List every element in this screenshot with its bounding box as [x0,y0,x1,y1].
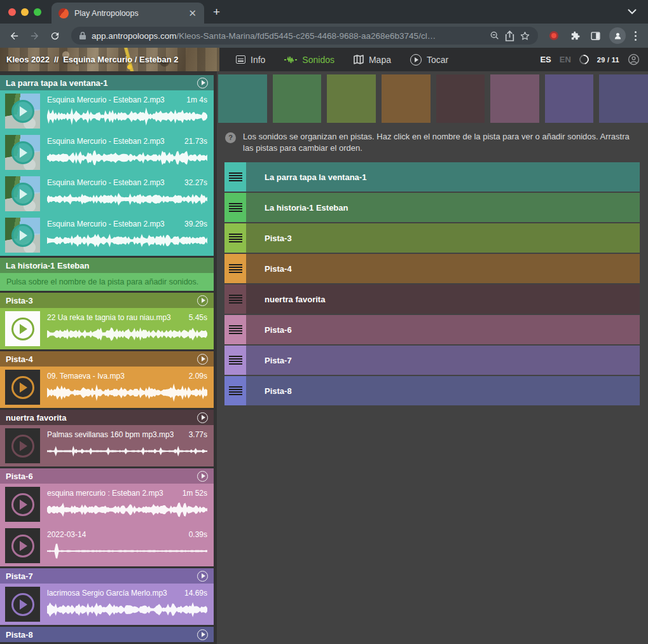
clip-thumbnail[interactable] [5,587,40,622]
track-section-title: La historia-1 Esteban [6,261,208,270]
drag-handle[interactable] [224,284,246,314]
audio-clip[interactable]: Esquina Mercurio - Esteban 2.mp31m 4s [0,90,214,132]
clip-thumbnail[interactable] [5,176,40,211]
clip-thumbnail[interactable] [5,370,40,405]
clip-play-icon[interactable] [11,376,34,399]
section-play-icon[interactable] [197,295,208,306]
clip-play-icon[interactable] [11,183,34,206]
clip-thumbnail[interactable] [5,218,40,253]
track-row[interactable]: La historia-1 Esteban [224,193,640,222]
audio-clip[interactable]: 22 Ua reka te tagnia to rau niau.mp35.45… [0,308,214,349]
drag-handle[interactable] [224,315,246,344]
share-icon[interactable] [505,31,514,41]
track-row[interactable]: La parra tapa la ventana-1 [224,162,640,192]
audio-clip[interactable]: 09. Temaeva - Iva.mp32.09s [0,367,214,408]
address-bar[interactable]: app.antropoloops.com/Kleos-Santa-Marina/… [71,27,538,45]
browser-toolbar: app.antropoloops.com/Kleos-Santa-Marina/… [0,24,648,48]
account-icon[interactable] [628,53,640,66]
minimize-window-button[interactable] [21,8,29,16]
audio-clip[interactable]: Esquina Mercurio - Esteban 2.mp332.27s [0,173,214,214]
browser-menu-icon[interactable] [631,31,640,41]
clip-play-icon[interactable] [11,100,34,123]
drag-handle-icon [229,356,242,365]
side-panel-icon[interactable] [586,27,604,45]
audio-clip[interactable]: esquina mercurio : Esteban 2.mp31m 52s [0,484,214,525]
track-row[interactable]: Pista-4 [224,254,640,283]
drag-handle[interactable] [224,346,246,375]
tab-search-chevron-icon[interactable] [628,9,637,15]
track-section-header[interactable]: La parra tapa la ventana-1 [0,75,214,90]
nav-sonidos[interactable]: Sonidos [284,55,334,65]
track-empty-message: Pulsa sobre el nombre de la pista para a… [0,273,214,291]
help-row: ? Los sonidos se organizan en pistas. Ha… [218,123,648,156]
clip-thumbnail[interactable] [5,311,40,346]
track-section-header[interactable]: Pista-8 [0,627,214,642]
track-color-swatch [327,74,376,123]
lang-en-button[interactable]: EN [560,55,571,64]
track-section-header[interactable]: La historia-1 Esteban [0,258,214,273]
clip-play-icon[interactable] [11,493,34,516]
clip-thumbnail[interactable] [5,94,40,129]
track-row[interactable]: Pista-6 [224,315,640,344]
back-button[interactable] [5,27,23,45]
track-section: Pista-7lacrimosa Sergio García Merlo.mp3… [0,568,214,625]
fullscreen-window-button[interactable] [34,8,41,16]
nav-mapa[interactable]: Mapa [354,55,391,65]
drag-handle[interactable] [224,376,246,405]
track-section-header[interactable]: Pista-4 [0,351,214,367]
track-row[interactable]: Pista-8 [224,376,640,405]
forward-button[interactable] [25,27,43,45]
clip-play-icon[interactable] [11,141,34,164]
new-tab-button[interactable]: + [213,5,220,19]
track-section-header[interactable]: nuertra favorita [0,410,214,425]
audio-clip[interactable]: 2022-03-140.39s [0,525,214,566]
url-text[interactable]: app.antropoloops.com/Kleos-Santa-Marina/… [92,31,485,41]
clip-play-icon[interactable] [11,535,34,557]
section-play-icon[interactable] [197,629,208,640]
profile-avatar[interactable] [609,27,626,44]
breadcrumb-project[interactable]: Kleos 2022 [6,55,50,64]
tab-close-icon[interactable]: ✕ [188,8,196,18]
section-play-icon[interactable] [197,78,208,88]
clip-play-icon[interactable] [11,435,34,458]
zoom-out-icon[interactable] [490,31,500,41]
section-play-icon[interactable] [197,354,208,365]
clip-thumbnail[interactable] [5,428,40,463]
track-section-header[interactable]: Pista-3 [0,293,214,308]
section-play-icon[interactable] [197,571,208,582]
audio-clip[interactable]: Palmas sevillanas 160 bpm mp3.mp33.77s [0,425,214,466]
drag-handle[interactable] [224,254,246,283]
track-row[interactable]: nuertra favorita [224,284,640,314]
track-row[interactable]: Pista-7 [224,346,640,375]
section-play-icon[interactable] [197,471,208,482]
browser-tab[interactable]: Play Antropoloops ✕ [52,3,204,24]
section-play-icon[interactable] [197,412,208,423]
extensions-puzzle-icon[interactable] [566,27,584,45]
breadcrumb[interactable]: Kleos 2022 // Esquina Mercurio / Esteban… [0,48,219,71]
clip-thumbnail[interactable] [5,135,40,170]
drag-handle[interactable] [224,223,246,253]
clip-play-icon[interactable] [11,224,34,247]
track-row-label: Pista-6 [265,325,292,335]
drag-handle[interactable] [224,162,246,192]
clip-thumbnail[interactable] [5,487,40,522]
track-row[interactable]: Pista-3 [224,223,640,253]
lang-es-button[interactable]: ES [540,55,551,64]
close-window-button[interactable] [8,8,16,16]
reload-button[interactable] [46,27,64,45]
clip-play-icon[interactable] [11,318,34,340]
nav-info[interactable]: Info [236,55,265,65]
track-section-header[interactable]: Pista-7 [0,568,214,584]
recording-indicator-icon[interactable] [549,31,558,40]
loading-spinner-icon [577,53,591,66]
audio-clip[interactable]: Esquina Mercurio - Esteban 2.mp321.73s [0,132,214,173]
drag-handle[interactable] [224,193,246,222]
nav-tocar[interactable]: Tocar [410,54,448,66]
clip-thumbnail[interactable] [5,528,40,563]
bookmark-star-icon[interactable] [520,31,530,41]
clip-play-icon[interactable] [11,593,34,616]
lock-icon[interactable] [79,31,86,40]
audio-clip[interactable]: lacrimosa Sergio García Merlo.mp314.69s [0,584,214,625]
track-section-header[interactable]: Pista-6 [0,468,214,484]
audio-clip[interactable]: Esquina Mercurio - Esteban 2.mp339.29s [0,214,214,256]
